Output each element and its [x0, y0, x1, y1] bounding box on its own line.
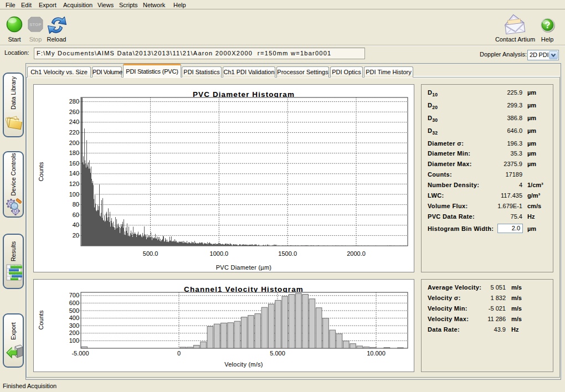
svg-text:120: 120	[69, 180, 79, 187]
svg-text:220: 220	[69, 129, 79, 136]
svg-text:600: 600	[69, 300, 79, 306]
svg-text:STOP: STOP	[29, 22, 41, 27]
svg-text:Counts: Counts	[38, 162, 44, 181]
svg-text:200: 200	[69, 329, 79, 336]
svg-text:160: 160	[69, 160, 79, 167]
svg-text:5.000: 5.000	[270, 350, 285, 357]
svg-text:10.000: 10.000	[367, 350, 386, 357]
svg-text:280: 280	[69, 98, 79, 105]
svg-text:60: 60	[73, 212, 79, 218]
svg-text:?: ?	[545, 20, 550, 30]
svg-text:400: 400	[69, 314, 79, 321]
svg-text:240: 240	[69, 118, 79, 125]
svg-text:200: 200	[69, 140, 79, 146]
svg-text:1000.0: 1000.0	[210, 250, 229, 257]
svg-text:80: 80	[73, 201, 79, 208]
svg-text:20: 20	[73, 232, 79, 239]
svg-text:0: 0	[177, 350, 181, 357]
svg-text:300: 300	[69, 322, 79, 329]
svg-text:500: 500	[69, 307, 79, 314]
svg-text:180: 180	[69, 149, 79, 156]
svg-text:-5.000: -5.000	[71, 350, 89, 357]
svg-text:100: 100	[69, 191, 79, 198]
svg-text:500.0: 500.0	[143, 250, 158, 257]
svg-text:40: 40	[73, 221, 79, 228]
svg-text:Velocity (m/s): Velocity (m/s)	[224, 361, 263, 368]
svg-text:260: 260	[69, 109, 79, 115]
svg-text:2000.0: 2000.0	[347, 250, 366, 257]
svg-text:700: 700	[69, 292, 79, 298]
svg-text:100: 100	[69, 337, 79, 344]
svg-text:1500.0: 1500.0	[278, 250, 297, 257]
svg-text:140: 140	[69, 170, 79, 177]
svg-text:Counts: Counts	[38, 310, 44, 329]
svg-text:PVC Diameter (µm): PVC Diameter (µm)	[216, 264, 271, 271]
